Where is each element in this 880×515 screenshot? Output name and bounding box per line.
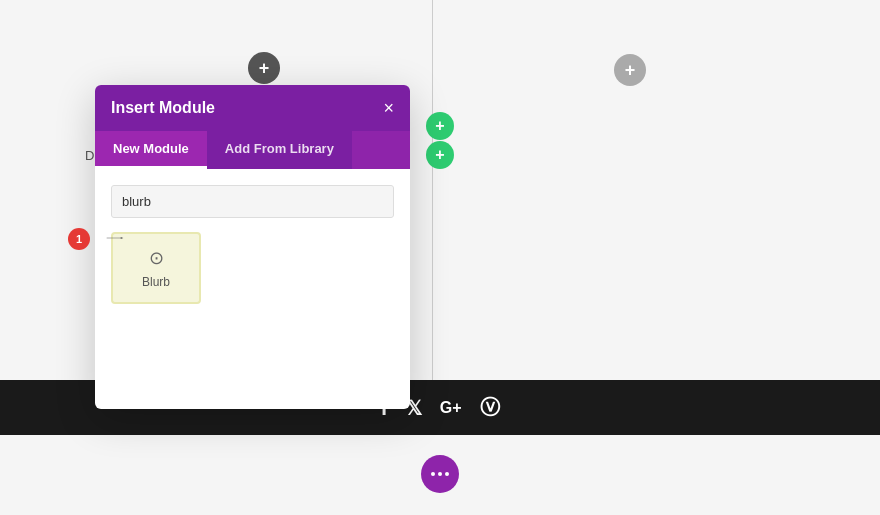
column-divider xyxy=(432,0,433,380)
fab-dot-3 xyxy=(445,472,449,476)
plus-icon: + xyxy=(259,58,270,79)
tab-new-module[interactable]: New Module xyxy=(95,131,207,169)
plus-icon-right: + xyxy=(625,60,636,81)
tab-add-from-library[interactable]: Add From Library xyxy=(207,131,352,169)
partial-content-text: D xyxy=(85,148,94,163)
blurb-icon: ⊙ xyxy=(149,247,164,269)
plus-icon-green-2: + xyxy=(435,146,444,164)
modal-body: ⊙ Blurb xyxy=(95,169,410,409)
module-search-input[interactable] xyxy=(111,185,394,218)
bottom-fab-button[interactable] xyxy=(421,455,459,493)
insert-module-modal: Insert Module × New Module Add From Libr… xyxy=(95,85,410,409)
google-plus-icon: G+ xyxy=(440,399,462,417)
fab-dots-icon xyxy=(431,472,449,476)
fab-dot-1 xyxy=(431,472,435,476)
badge-arrow xyxy=(90,237,140,239)
add-module-button-2[interactable]: + xyxy=(426,141,454,169)
svg-marker-1 xyxy=(121,237,124,239)
modal-header: Insert Module × xyxy=(95,85,410,131)
add-section-button-top[interactable]: + xyxy=(248,52,280,84)
step-badge: 1 xyxy=(68,228,90,250)
rss-icon: ⓥ xyxy=(480,394,500,421)
add-module-button-1[interactable]: + xyxy=(426,112,454,140)
modal-title: Insert Module xyxy=(111,99,215,117)
modal-close-button[interactable]: × xyxy=(383,99,394,117)
plus-icon-green-1: + xyxy=(435,117,444,135)
modal-tabs: New Module Add From Library xyxy=(95,131,410,169)
module-grid: ⊙ Blurb xyxy=(111,232,394,304)
blurb-label: Blurb xyxy=(142,275,170,289)
add-section-button-right[interactable]: + xyxy=(614,54,646,86)
fab-dot-2 xyxy=(438,472,442,476)
module-item-blurb[interactable]: ⊙ Blurb xyxy=(111,232,201,304)
